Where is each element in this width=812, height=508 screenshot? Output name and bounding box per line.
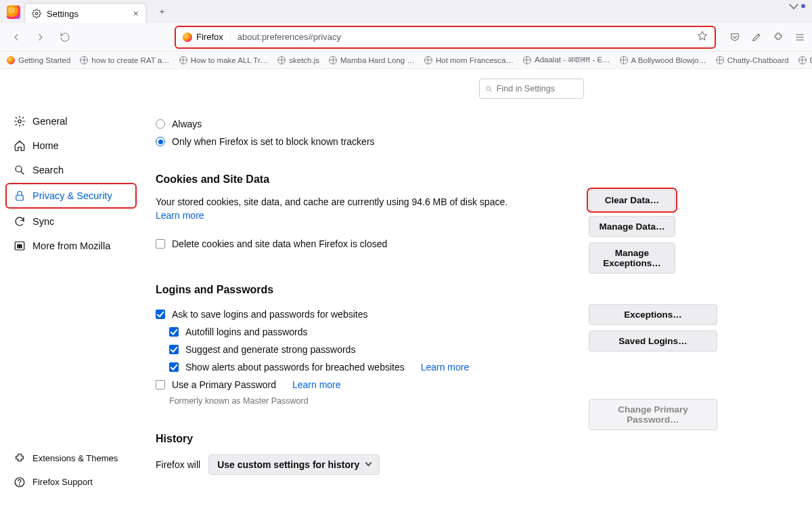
cookies-description: Your stored cookies, site data, and cach… <box>156 195 535 223</box>
edit-icon[interactable] <box>751 32 762 43</box>
home-icon <box>14 140 26 152</box>
bookmark-item[interactable]: sketch.js <box>277 56 319 64</box>
globe-icon <box>798 56 807 64</box>
section-heading: Logins and Passwords <box>156 284 535 296</box>
bookmarks-bar: Getting Started how to create RAT a… How… <box>0 51 812 69</box>
radio-always[interactable]: Always <box>156 115 535 133</box>
globe-icon <box>80 56 88 64</box>
puzzle-icon <box>14 452 26 465</box>
firefox-icon <box>7 56 15 64</box>
logins-exceptions-button[interactable]: Exceptions… <box>589 304 717 325</box>
bookmark-item[interactable]: Mamba Hard Long … <box>329 56 415 64</box>
bookmark-item[interactable]: Chatty-Chatboard <box>716 56 789 64</box>
bookmark-star-icon[interactable] <box>697 30 708 43</box>
menu-icon[interactable] <box>794 32 805 43</box>
close-tab-icon[interactable]: × <box>133 8 139 19</box>
find-input[interactable] <box>497 84 578 93</box>
history-mode-select[interactable]: Use custom settings for history <box>208 454 380 475</box>
manage-exceptions-button[interactable]: Manage Exceptions… <box>589 242 675 274</box>
radio-label: Always <box>172 119 202 129</box>
checkbox-label: Suggest and generate strong passwords <box>185 344 355 355</box>
svg-point-8 <box>486 86 490 90</box>
bookmark-item[interactable]: Dunnnk - Generate … <box>798 56 812 64</box>
mozilla-icon: m <box>14 240 26 252</box>
globe-icon <box>716 56 724 64</box>
section-heading: History <box>156 433 535 445</box>
checkbox-label: Use a Primary Password <box>172 379 276 390</box>
bookmark-item[interactable]: How to make ALL Tr… <box>179 56 269 64</box>
bookmark-item[interactable]: Getting Started <box>7 56 70 64</box>
sidebar-item-privacy[interactable]: Privacy & Security <box>5 183 137 209</box>
bookmark-item[interactable]: Hot mom Francesca… <box>424 56 514 64</box>
reload-button[interactable] <box>55 28 74 47</box>
clear-data-button[interactable]: Clear Data… <box>589 190 675 211</box>
tabs-dropdown-icon[interactable] <box>789 0 798 9</box>
globe-icon <box>523 56 531 64</box>
checkbox-delete-on-close[interactable]: Delete cookies and site data when Firefo… <box>156 235 535 253</box>
checkbox-label: Show alerts about passwords for breached… <box>185 362 405 373</box>
select-value: Use custom settings for history <box>217 459 359 470</box>
sync-icon <box>14 215 26 228</box>
sidebar-item-general[interactable]: General <box>7 110 135 133</box>
globe-icon <box>179 56 187 64</box>
manage-data-button[interactable]: Manage Data… <box>589 216 675 237</box>
help-icon <box>14 476 26 488</box>
checkbox-label: Ask to save logins and passwords for web… <box>172 309 367 320</box>
primary-caption: Formerly known as Master Password <box>169 396 535 406</box>
tab-settings[interactable]: Settings × <box>24 3 146 23</box>
checkbox-label: Delete cookies and site data when Firefo… <box>172 238 387 249</box>
sidebar-item-label: Search <box>32 165 64 175</box>
svg-point-1 <box>18 120 22 123</box>
checkbox-suggest-strong[interactable]: Suggest and generate strong passwords <box>169 341 535 358</box>
checkbox-icon <box>156 310 165 319</box>
bookmark-item[interactable]: Adaalat - अदालत - E… <box>523 56 610 64</box>
svg-point-2 <box>16 166 22 172</box>
sidebar-item-more[interactable]: m More from Mozilla <box>7 234 135 257</box>
checkbox-label: Autofill logins and passwords <box>185 326 308 337</box>
firefox-icon <box>183 33 192 42</box>
change-primary-password-button[interactable]: Change Primary Password… <box>589 399 717 430</box>
categories-sidebar: General Home Search Privacy & Security S… <box>0 69 142 508</box>
find-in-settings[interactable] <box>479 79 584 99</box>
learn-more-link[interactable]: Learn more <box>421 362 470 373</box>
saved-logins-button[interactable]: Saved Logins… <box>589 331 717 352</box>
extensions-icon[interactable] <box>773 32 784 43</box>
url-bar[interactable]: Firefox about:preferences#privacy <box>175 26 716 49</box>
checkbox-icon <box>156 380 165 389</box>
checkbox-ask-save[interactable]: Ask to save logins and passwords for web… <box>156 305 535 323</box>
radio-only-block[interactable]: Only when Firefox is set to block known … <box>156 133 535 150</box>
sidebar-item-search[interactable]: Search <box>7 158 135 182</box>
identity-label: Firefox <box>196 32 223 42</box>
gear-icon <box>32 9 41 18</box>
tab-title: Settings <box>47 9 78 19</box>
svg-point-7 <box>20 484 20 485</box>
globe-icon <box>277 56 286 64</box>
learn-more-link[interactable]: Learn more <box>156 210 204 221</box>
back-button[interactable] <box>7 28 26 47</box>
checkbox-primary-password[interactable]: Use a Primary Password Learn more <box>156 376 535 394</box>
bookmark-item[interactable]: how to create RAT a… <box>80 56 169 64</box>
logins-section: Logins and Passwords Ask to save logins … <box>156 284 535 406</box>
checkbox-icon <box>169 362 179 372</box>
sidebar-item-support[interactable]: Firefox Support <box>7 471 135 493</box>
checkbox-icon <box>169 345 179 354</box>
svg-point-0 <box>35 12 38 15</box>
sidebar-item-home[interactable]: Home <box>7 134 135 157</box>
sidebar-item-extensions[interactable]: Extensions & Themes <box>7 447 135 469</box>
learn-more-link[interactable]: Learn more <box>292 379 341 390</box>
sidebar-item-sync[interactable]: Sync <box>7 210 135 233</box>
forward-button[interactable] <box>31 28 50 47</box>
history-section: History Firefox will Use custom settings… <box>156 433 535 475</box>
chevron-down-icon <box>365 460 372 467</box>
bookmark-item[interactable]: A Bollywood Blowjo… <box>620 56 706 64</box>
identity-box[interactable]: Firefox <box>183 32 231 42</box>
firefox-app-icon <box>7 5 20 19</box>
sidebar-item-label: Extensions & Themes <box>32 453 118 463</box>
history-prefix: Firefox will <box>156 459 200 470</box>
preferences-main: Always Only when Firefox is set to block… <box>142 69 812 508</box>
checkbox-breach-alerts[interactable]: Show alerts about passwords for breached… <box>169 358 535 376</box>
checkbox-autofill[interactable]: Autofill logins and passwords <box>169 323 535 341</box>
new-tab-button[interactable]: ＋ <box>153 3 171 20</box>
pocket-icon[interactable] <box>729 32 740 43</box>
sidebar-item-label: Sync <box>32 216 54 227</box>
